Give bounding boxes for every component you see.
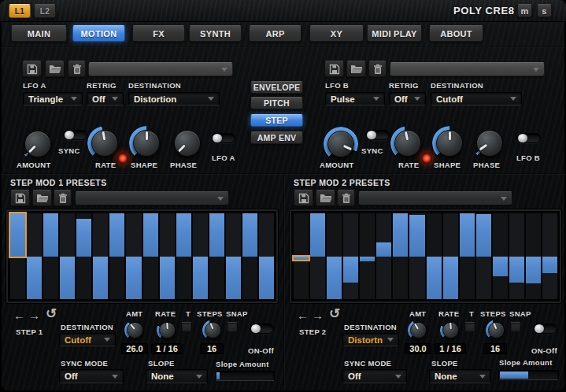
- lfo-b-amount-knob[interactable]: [324, 127, 358, 161]
- lfo-a-save-preset-button[interactable]: [22, 61, 42, 77]
- lfo-b-destination-select[interactable]: Cutoff: [431, 92, 522, 105]
- step-2-reset-button[interactable]: ↺: [329, 309, 340, 320]
- lfo-b-sync-toggle[interactable]: [365, 130, 390, 140]
- lfo-b-rate-knob[interactable]: [390, 126, 425, 161]
- step-mod-1-sequencer[interactable]: [6, 209, 278, 303]
- lfo-b-phase-knob[interactable]: [472, 126, 507, 161]
- tab-fx[interactable]: FX: [132, 25, 185, 42]
- step-2-slope-select[interactable]: None: [429, 369, 491, 383]
- step-1-onoff-toggle[interactable]: [250, 324, 274, 334]
- step-bar-13[interactable]: [493, 213, 508, 299]
- lfo-a-retrig-select[interactable]: Off: [87, 92, 124, 105]
- step-bar-1[interactable]: [294, 213, 309, 299]
- lfo-a-enable-toggle[interactable]: [211, 133, 235, 143]
- step-mod-1-delete-button[interactable]: [54, 190, 72, 206]
- step-1-slope-amount-slider[interactable]: [215, 371, 275, 381]
- step-bar-15[interactable]: [242, 213, 257, 299]
- layer-tab-l2[interactable]: L2: [34, 4, 56, 18]
- step-1-rate-value[interactable]: 1 / 16: [151, 343, 183, 354]
- step-bar-16[interactable]: [259, 213, 274, 299]
- step-2-slope-amount-slider[interactable]: [498, 370, 559, 380]
- step-bar-12[interactable]: [476, 213, 491, 299]
- step-bar-13[interactable]: [209, 213, 224, 299]
- step-2-amt-knob[interactable]: [408, 320, 429, 341]
- step-bar-5[interactable]: [360, 213, 375, 299]
- tab-main[interactable]: MAIN: [11, 25, 67, 42]
- lfo-a-phase-knob[interactable]: [170, 126, 205, 161]
- step-1-destination-select[interactable]: Cutoff: [59, 333, 116, 346]
- lfo-b-save-preset-button[interactable]: [324, 61, 344, 77]
- step-bar-14[interactable]: [226, 213, 241, 299]
- step-1-next-step-button[interactable]: →: [28, 310, 40, 321]
- step-bar-2[interactable]: [27, 213, 42, 299]
- step-bar-15[interactable]: [526, 213, 541, 299]
- step-1-reset-button[interactable]: ↺: [46, 309, 57, 320]
- mod-type-pitch-button[interactable]: PITCH: [250, 97, 303, 109]
- step-bar-8[interactable]: [126, 213, 141, 299]
- step-mod-1-save-button[interactable]: [10, 190, 30, 206]
- step-1-steps-knob[interactable]: [202, 320, 224, 341]
- step-bar-6[interactable]: [93, 213, 108, 299]
- step-bar-14[interactable]: [509, 213, 524, 299]
- step-bar-12[interactable]: [193, 213, 208, 299]
- step-bar-11[interactable]: [460, 213, 475, 299]
- step-2-triplet-checkbox[interactable]: [464, 322, 475, 332]
- mod-type-step-button[interactable]: STEP: [250, 114, 303, 127]
- step-1-amt-knob[interactable]: [124, 320, 146, 341]
- step-2-amt-value[interactable]: 30.0: [405, 343, 431, 354]
- solo-button[interactable]: s: [537, 4, 552, 17]
- step-1-snap-checkbox[interactable]: [227, 322, 238, 332]
- tab-about[interactable]: ABOUT: [429, 25, 483, 42]
- step-mod-2-save-button[interactable]: [294, 190, 313, 206]
- step-bar-6[interactable]: [376, 213, 391, 299]
- step-2-prev-step-button[interactable]: ←: [297, 310, 309, 321]
- step-bar-5[interactable]: [76, 213, 91, 299]
- step-bar-2[interactable]: [310, 213, 325, 299]
- step-2-steps-value[interactable]: 16: [483, 343, 507, 354]
- step-bar-10[interactable]: [443, 213, 458, 299]
- step-1-prev-step-button[interactable]: ←: [13, 310, 25, 321]
- lfo-b-preset-select[interactable]: [390, 62, 545, 76]
- step-1-triplet-checkbox[interactable]: [181, 322, 192, 332]
- step-bar-9[interactable]: [143, 213, 158, 299]
- step-mod-2-load-button[interactable]: [316, 190, 335, 206]
- step-2-snap-checkbox[interactable]: [510, 322, 521, 332]
- step-bar-1[interactable]: [10, 213, 25, 299]
- step-2-destination-select[interactable]: Distortn: [342, 333, 399, 346]
- step-mod-2-delete-button[interactable]: [337, 190, 355, 206]
- step-bar-3[interactable]: [327, 213, 342, 299]
- step-bar-9[interactable]: [427, 213, 442, 299]
- step-bar-7[interactable]: [393, 213, 408, 299]
- lfo-a-load-preset-button[interactable]: [45, 61, 65, 77]
- lfo-a-wave-select[interactable]: Triangle: [23, 92, 83, 105]
- lfo-b-delete-preset-button[interactable]: [368, 61, 387, 77]
- lfo-b-shape-knob[interactable]: [432, 126, 467, 161]
- step-2-sync-mode-select[interactable]: Off: [342, 369, 407, 383]
- lfo-a-amount-knob[interactable]: [20, 127, 55, 161]
- lfo-b-wave-select[interactable]: Pulse: [325, 92, 385, 105]
- tab-motion[interactable]: MOTION: [72, 25, 125, 42]
- step-2-rate-knob[interactable]: [440, 320, 461, 341]
- mute-button[interactable]: m: [517, 4, 532, 17]
- lfo-b-retrig-select[interactable]: Off: [389, 92, 426, 105]
- step-bar-10[interactable]: [160, 213, 175, 299]
- step-bar-4[interactable]: [60, 213, 75, 299]
- step-2-next-step-button[interactable]: →: [312, 310, 324, 321]
- step-bar-8[interactable]: [409, 213, 424, 299]
- tab-synth[interactable]: SYNTH: [189, 25, 242, 42]
- tab-arp[interactable]: ARP: [249, 25, 301, 42]
- lfo-b-load-preset-button[interactable]: [346, 61, 366, 77]
- step-bar-3[interactable]: [43, 213, 58, 299]
- step-bar-4[interactable]: [343, 213, 358, 299]
- step-2-onoff-toggle[interactable]: [533, 324, 557, 334]
- mod-type-amp-env-button[interactable]: AMP ENV: [250, 131, 303, 144]
- tab-xy[interactable]: XY: [309, 25, 364, 42]
- step-bar-11[interactable]: [176, 213, 191, 299]
- step-1-sync-mode-select[interactable]: Off: [59, 369, 124, 383]
- lfo-a-destination-select[interactable]: Distortion: [128, 92, 220, 105]
- step-mod-1-load-button[interactable]: [32, 190, 52, 206]
- lfo-a-sync-toggle[interactable]: [63, 130, 87, 140]
- step-mod-2-sequencer[interactable]: [290, 209, 561, 303]
- step-1-rate-knob[interactable]: [157, 320, 178, 341]
- step-mod-2-preset-select[interactable]: [358, 191, 512, 205]
